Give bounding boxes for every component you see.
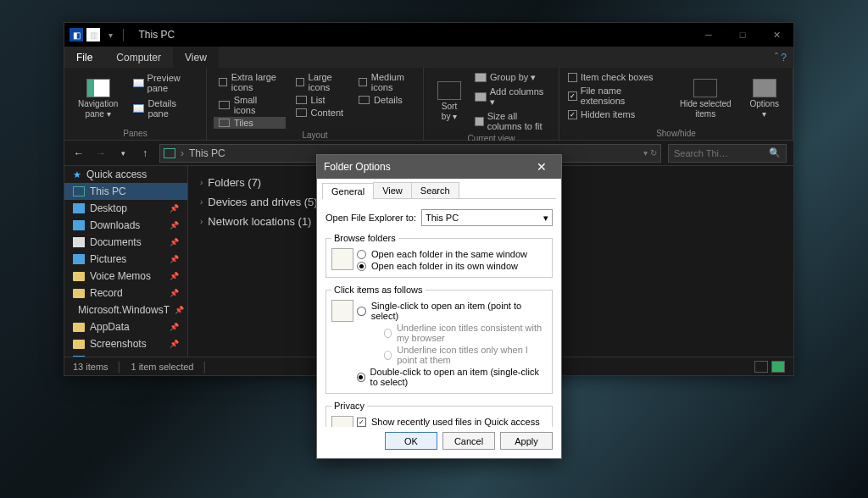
details-pane-button[interactable]: Details pane xyxy=(130,97,199,120)
folder-icon xyxy=(73,289,85,298)
pin-icon: 📌 xyxy=(170,255,179,263)
folder-icon xyxy=(73,340,85,349)
apply-button[interactable]: Apply xyxy=(500,432,553,450)
minimize-button[interactable]: ─ xyxy=(692,23,726,47)
checkbox-recent-files[interactable]: Show recently used files in Quick access xyxy=(357,416,547,427)
forward-button[interactable]: → xyxy=(93,146,108,161)
dialog-tabs: General View Search xyxy=(322,182,556,199)
qat-icon[interactable]: ▾ xyxy=(103,28,117,42)
hidden-items-toggle[interactable]: Hidden items xyxy=(566,108,668,120)
sidebar-item[interactable]: Desktop📌 xyxy=(64,200,187,217)
layout-list[interactable]: List xyxy=(291,94,349,106)
options-button[interactable]: Options ▾ xyxy=(743,71,786,127)
sidebar-item[interactable]: Record📌 xyxy=(64,285,187,302)
dialog-titlebar[interactable]: Folder Options ✕ xyxy=(317,155,561,179)
sidebar-item[interactable]: Documents📌 xyxy=(64,234,187,251)
size-columns-button[interactable]: Size all columns to fit xyxy=(473,110,552,132)
status-count: 13 items xyxy=(73,362,108,372)
layout-large-icons[interactable]: Large icons xyxy=(291,71,349,93)
sidebar-quick-access[interactable]: ★Quick access xyxy=(64,166,187,183)
tab-general[interactable]: General xyxy=(322,183,374,199)
view-thumbs-icon[interactable] xyxy=(771,361,785,373)
open-explorer-select[interactable]: This PC▾ xyxy=(421,209,553,226)
nav-sidebar: ★Quick access This PC Desktop📌 Downloads… xyxy=(64,166,188,357)
tab-view[interactable]: View xyxy=(373,182,412,198)
search-icon: 🔍 xyxy=(769,147,781,158)
layout-medium-icons[interactable]: Medium icons xyxy=(353,71,416,93)
open-explorer-label: Open File Explorer to: xyxy=(326,213,416,223)
radio-single-click[interactable]: Single-click to open an item (point to s… xyxy=(357,300,547,322)
sort-by-button[interactable]: Sort by ▾ xyxy=(431,71,468,132)
ribbon-collapse-icon[interactable]: ˆ ? xyxy=(768,52,793,64)
sidebar-item[interactable]: Voice Memos📌 xyxy=(64,268,187,285)
chevron-down-icon: ▾ xyxy=(543,213,548,224)
up-button[interactable]: ↑ xyxy=(137,146,153,161)
layout-content[interactable]: Content xyxy=(291,107,349,119)
layout-details[interactable]: Details xyxy=(353,94,416,106)
tab-view[interactable]: View xyxy=(173,47,219,68)
titlebar[interactable]: ◧ ▥ ▾ │ This PC ─ □ ✕ xyxy=(64,23,793,47)
sidebar-item[interactable]: Microsoft.WindowsT📌 xyxy=(64,302,187,318)
hide-selected-button[interactable]: Hide selected items xyxy=(673,71,738,127)
app-icon: ◧ xyxy=(70,28,83,42)
qat-icon[interactable]: ▥ xyxy=(86,28,100,42)
ok-button[interactable]: OK xyxy=(385,432,437,450)
file-extensions-toggle[interactable]: File name extensions xyxy=(566,85,668,107)
thispc-icon xyxy=(164,148,175,158)
sidebar-item[interactable]: Pictures📌 xyxy=(64,251,187,268)
folder-pair-icon xyxy=(331,248,353,270)
chevron-right-icon: › xyxy=(200,178,203,187)
view-details-icon[interactable] xyxy=(754,361,768,373)
preview-pane-button[interactable]: Preview pane xyxy=(130,71,199,95)
search-input[interactable]: Search Thi… 🔍 xyxy=(668,144,787,163)
pin-icon: 📌 xyxy=(170,340,179,348)
group-label: Layout xyxy=(214,129,416,140)
tab-search[interactable]: Search xyxy=(411,182,459,198)
maximize-button[interactable]: □ xyxy=(726,23,760,47)
chevron-right-icon: › xyxy=(200,197,203,207)
ribbon: Navigation pane ▾ Preview pane Details p… xyxy=(64,68,793,141)
breadcrumb[interactable]: This PC xyxy=(189,147,225,159)
pin-icon: 📌 xyxy=(170,204,179,213)
layout-xl-icons[interactable]: Extra large icons xyxy=(214,71,286,93)
close-icon[interactable]: ✕ xyxy=(529,160,554,174)
sidebar-this-pc[interactable]: This PC xyxy=(64,183,187,200)
pin-icon: 📌 xyxy=(170,221,179,230)
back-button[interactable]: ← xyxy=(71,146,86,161)
sidebar-item[interactable]: Screenshots📌 xyxy=(64,335,187,352)
menubar: File Computer View ˆ ? xyxy=(64,47,793,68)
cursor-icon xyxy=(331,300,353,322)
documents-icon xyxy=(73,237,85,247)
cancel-button[interactable]: Cancel xyxy=(442,432,495,450)
layout-small-icons[interactable]: Small icons xyxy=(214,94,286,116)
radio-same-window[interactable]: Open each folder in the same window xyxy=(357,248,547,260)
tab-file[interactable]: File xyxy=(64,47,104,68)
star-icon: ★ xyxy=(73,169,81,180)
tab-computer[interactable]: Computer xyxy=(104,47,173,68)
radio-own-window[interactable]: Open each folder in its own window xyxy=(357,260,547,272)
radio-underline-browser: Underline icon titles consistent with my… xyxy=(384,322,547,344)
browse-folders-group: Browse folders Open each folder in the s… xyxy=(326,233,553,278)
sidebar-item[interactable]: AppData📌 xyxy=(64,318,187,335)
thispc-icon xyxy=(73,186,85,196)
chevron-right-icon: › xyxy=(200,217,203,226)
window-title: This PC xyxy=(139,29,175,41)
folder-icon xyxy=(73,272,85,281)
pin-icon: 📌 xyxy=(175,306,184,314)
sidebar-item[interactable]: Downloads📌 xyxy=(64,217,187,234)
folder-options-dialog: Folder Options ✕ General View Search Ope… xyxy=(316,154,562,459)
layout-tiles[interactable]: Tiles xyxy=(214,117,286,129)
recent-dropdown[interactable]: ▾ xyxy=(115,146,131,161)
close-button[interactable]: ✕ xyxy=(760,23,793,47)
group-by-button[interactable]: Group by ▾ xyxy=(473,71,552,84)
status-selected: 1 item selected xyxy=(131,362,193,372)
pin-icon: 📌 xyxy=(170,323,179,331)
navigation-pane-button[interactable]: Navigation pane ▾ xyxy=(71,71,125,127)
item-check-boxes-toggle[interactable]: Item check boxes xyxy=(566,71,668,83)
click-items-group: Click items as follows Single-click to o… xyxy=(326,285,553,394)
privacy-icon xyxy=(331,416,353,427)
add-columns-button[interactable]: Add columns ▾ xyxy=(473,86,552,108)
pin-icon: 📌 xyxy=(170,272,179,280)
radio-double-click[interactable]: Double-click to open an item (single-cli… xyxy=(357,366,547,388)
pin-icon: 📌 xyxy=(170,289,179,297)
